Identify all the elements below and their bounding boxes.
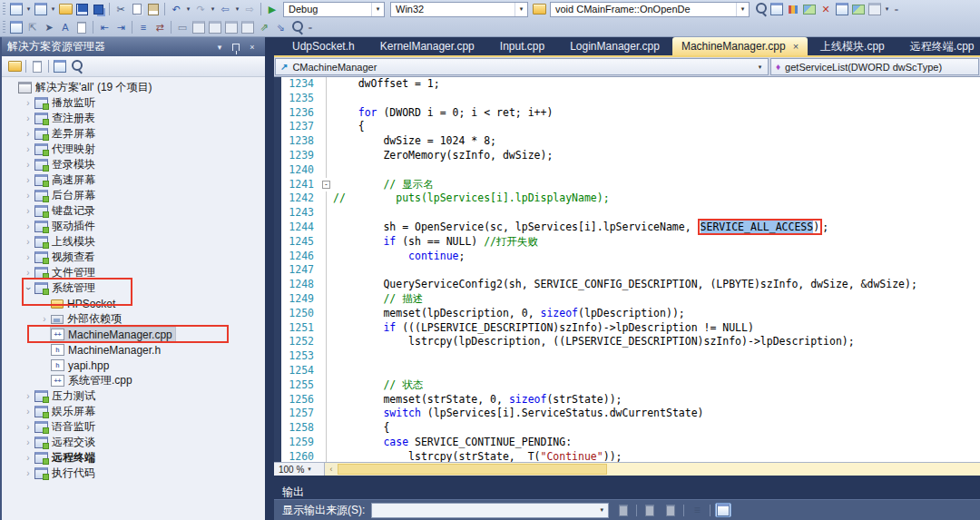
code-line[interactable]: 1245 if (sh == NULL) //打开失败 xyxy=(281,235,980,250)
class-view-icon[interactable] xyxy=(68,59,84,74)
code-line[interactable]: 1252 lstrcpy(lpDescription, ((LPSERVICE_… xyxy=(281,335,980,349)
code-line[interactable]: 1240 xyxy=(281,163,980,178)
collapse-all-icon[interactable] xyxy=(6,59,23,74)
tree-item-代理映射[interactable]: ›代理映射 xyxy=(2,142,265,157)
chevron-collapsed-icon[interactable]: › xyxy=(22,269,34,278)
comment-bubble2-icon[interactable] xyxy=(207,20,223,35)
save-all-icon[interactable] xyxy=(90,2,106,17)
code-line[interactable]: 1247 xyxy=(281,263,980,278)
find-message-icon[interactable] xyxy=(615,503,632,517)
chevron-collapsed-icon[interactable]: › xyxy=(22,238,34,247)
comment-bubble-icon[interactable] xyxy=(191,20,207,35)
members-dropdown[interactable]: ♦ getServiceList(DWORD dwScType) xyxy=(770,58,979,75)
tree-item-文件管理[interactable]: ›文件管理 xyxy=(2,265,265,280)
chevron-collapsed-icon[interactable]: › xyxy=(22,222,34,231)
pick-control-icon[interactable]: ⇱ xyxy=(24,20,41,35)
code-line[interactable]: 1246 continue; xyxy=(281,250,980,264)
view-code-icon[interactable] xyxy=(52,59,68,74)
tree-item-外部依赖项[interactable]: ›外部依赖项 xyxy=(2,311,265,327)
code-line[interactable]: 1241- // 显示名 xyxy=(281,178,980,192)
collapse-region-icon[interactable]: - xyxy=(322,181,330,189)
toolbar-overflow-icon[interactable]: ₌ xyxy=(305,23,316,32)
find-in-files-icon[interactable] xyxy=(752,2,769,17)
undo-icon[interactable]: ↶ xyxy=(168,2,184,17)
chevron-down-icon[interactable]: ▾ xyxy=(49,5,57,13)
code-line[interactable]: 1239 ZeroMemory(szInfo, dwSize); xyxy=(281,149,980,163)
tree-item-高速屏幕[interactable]: ›高速屏幕 xyxy=(2,172,265,188)
indent-increase-icon[interactable]: ⇥ xyxy=(113,20,129,35)
types-dropdown[interactable]: ↗ CMachineManager ▾ xyxy=(275,58,769,75)
start-debug-icon[interactable]: ▶ xyxy=(264,2,280,17)
tree-item-后台屏幕[interactable]: ›后台屏幕 xyxy=(2,188,265,203)
chevron-collapsed-icon[interactable]: › xyxy=(22,161,34,170)
panel-splitter[interactable] xyxy=(274,476,980,482)
extension-icon[interactable] xyxy=(850,2,867,17)
platform-combo[interactable]: Win32▾ xyxy=(390,2,528,17)
pointer-select-icon[interactable]: ➤ xyxy=(41,20,57,35)
chevron-collapsed-icon[interactable]: › xyxy=(22,207,34,216)
tab-KernelManager.cpp[interactable]: KernelManager.cpp xyxy=(368,37,487,55)
clear-all-icon[interactable]: ≡ xyxy=(689,503,705,517)
chevron-collapsed-icon[interactable]: › xyxy=(22,438,34,447)
copy-icon[interactable] xyxy=(129,2,145,17)
tab-上线模块.cpp[interactable]: 上线模块.cpp xyxy=(808,37,897,55)
chevron-expanded-icon[interactable]: › xyxy=(24,282,33,295)
chevron-down-icon[interactable]: ▾ xyxy=(883,5,891,13)
zoom-control[interactable]: 100 % ▾ xyxy=(274,463,325,476)
close-tab-icon[interactable]: × xyxy=(793,38,799,54)
add-control-icon[interactable] xyxy=(8,20,24,35)
pin-icon[interactable] xyxy=(232,44,240,51)
toolbar-grip[interactable] xyxy=(3,3,5,15)
export-page-icon[interactable]: ⇘ xyxy=(272,20,289,35)
tab-远程终端.cpp[interactable]: 远程终端.cpp xyxy=(897,37,980,55)
tab-UdpSocket.h[interactable]: UdpSocket.h xyxy=(279,37,368,55)
attach-process-icon[interactable] xyxy=(834,2,850,17)
redo-icon[interactable]: ↷ xyxy=(192,2,209,17)
goto-previous-message-icon[interactable] xyxy=(642,503,658,517)
navigate-method-combo[interactable]: void CMainFrame::OnOpenDe▾ xyxy=(550,2,750,17)
tree-item-查注册表[interactable]: ›查注册表 xyxy=(2,111,265,126)
show-all-files-icon[interactable] xyxy=(29,59,45,74)
code-line[interactable]: 1248 QueryServiceConfig2(sh, SERVICE_CON… xyxy=(281,278,980,292)
tree-item-解决方案'all' (19 个项目)[interactable]: 解决方案'all' (19 个项目) xyxy=(2,80,265,95)
tree-item-系统管理.cpp[interactable]: ++系统管理.cpp xyxy=(2,373,265,388)
window-position-menu-icon[interactable]: ▾ xyxy=(212,43,227,52)
tree-item-差异屏幕[interactable]: ›差异屏幕 xyxy=(2,126,265,142)
chevron-collapsed-icon[interactable]: › xyxy=(38,315,51,324)
zoom-off-icon[interactable] xyxy=(289,20,305,35)
chevron-down-icon[interactable]: ▾ xyxy=(736,3,749,16)
tree-item-yapi.hpp[interactable]: hyapi.hpp xyxy=(2,358,265,373)
tree-item-播放监听[interactable]: ›播放监听 xyxy=(2,95,265,111)
scroll-left-arrow[interactable]: ‹ xyxy=(325,463,338,476)
code-line[interactable]: 1235 xyxy=(281,92,980,106)
chevron-collapsed-icon[interactable]: › xyxy=(22,392,34,401)
cut-icon[interactable]: ✂ xyxy=(113,2,129,17)
chevron-collapsed-icon[interactable]: › xyxy=(22,130,34,139)
tab-LoginManager.cpp[interactable]: LoginManager.cpp xyxy=(557,37,672,55)
chevron-collapsed-icon[interactable]: › xyxy=(22,423,34,432)
horizontal-scrollbar[interactable] xyxy=(338,463,980,476)
tree-item-上线模块[interactable]: ›上线模块 xyxy=(2,234,265,250)
chevron-collapsed-icon[interactable]: › xyxy=(22,191,34,201)
chevron-collapsed-icon[interactable]: › xyxy=(22,253,34,262)
tab-MachineManager.cpp[interactable]: MachineManager.cpp× xyxy=(672,37,808,55)
add-item-icon[interactable] xyxy=(33,2,49,17)
tree-item-娱乐屏幕[interactable]: ›娱乐屏幕 xyxy=(2,404,265,419)
chevron-down-icon[interactable]: ▾ xyxy=(209,5,217,13)
chevron-collapsed-icon[interactable]: › xyxy=(22,469,34,478)
tree-item-驱动插件[interactable]: ›驱动插件 xyxy=(2,219,265,234)
tree-item-远程交谈[interactable]: ›远程交谈 xyxy=(2,435,265,450)
navigate-backward-icon[interactable]: ⇦ xyxy=(217,2,233,17)
code-line[interactable]: 1257 switch (lpServices[i].ServiceStatus… xyxy=(281,407,980,421)
code-line[interactable]: 1243 xyxy=(281,206,980,221)
output-source-combo[interactable]: ▾ xyxy=(371,503,609,518)
code-line[interactable]: 1258 { xyxy=(281,421,980,436)
tree-item-远程终端[interactable]: ›远程终端 xyxy=(2,450,265,466)
save-icon[interactable] xyxy=(74,2,90,17)
indent-decrease-icon[interactable]: ⇤ xyxy=(96,20,113,35)
code-line[interactable]: 1242// puts(lpServices[i].lpDisplayName)… xyxy=(281,191,980,206)
paste-icon[interactable] xyxy=(145,2,162,17)
scrollbar-thumb[interactable] xyxy=(338,464,607,475)
code-line[interactable]: 1244 sh = OpenService(sc, lpServices[i].… xyxy=(281,221,980,235)
tree-item-视频查看[interactable]: ›视频查看 xyxy=(2,250,265,265)
